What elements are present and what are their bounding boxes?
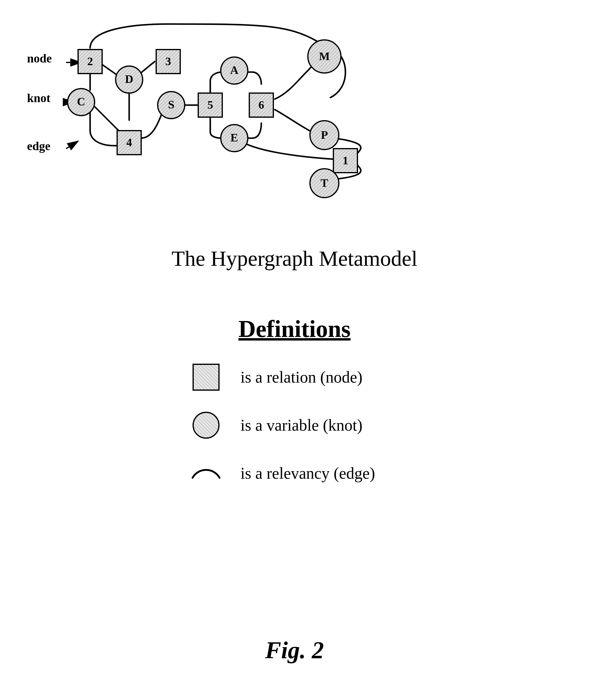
- definitions-section: Definitions is a relation (node) is a va…: [0, 315, 589, 490]
- knot-label: knot: [27, 91, 50, 105]
- def-row-knot: is a variable (knot): [190, 409, 460, 442]
- knot-S-label: S: [168, 98, 174, 111]
- knot-P-label: P: [321, 129, 328, 141]
- node-6-label: 6: [259, 98, 264, 111]
- def-icon-knot: [190, 409, 223, 442]
- knot-C-label: C: [77, 95, 85, 108]
- edge-label: edge: [27, 139, 50, 153]
- node-label: node: [27, 52, 52, 65]
- knot-circle-icon: [193, 412, 220, 439]
- def-icon-edge: [190, 457, 223, 490]
- knot-A-label: A: [230, 64, 238, 76]
- knot-E-label: E: [230, 131, 238, 144]
- node-square-icon: [193, 364, 220, 391]
- node-4-label: 4: [127, 136, 132, 149]
- node-5-label: 5: [208, 98, 213, 111]
- def-text-node: is a relation (node): [241, 368, 363, 387]
- node-1-label: 1: [343, 154, 348, 167]
- node-2-label: 2: [87, 55, 93, 67]
- page-container: .edge { fill: none; stroke: #000; stroke…: [0, 0, 589, 700]
- svg-line-7: [66, 141, 78, 149]
- figure-label: Fig. 2: [0, 637, 589, 664]
- definitions-title: Definitions: [0, 315, 589, 342]
- diagram-area: .edge { fill: none; stroke: #000; stroke…: [18, 12, 571, 240]
- def-icon-node: [190, 361, 223, 394]
- main-title: The Hypergraph Metamodel: [0, 246, 589, 271]
- knot-T-label: T: [321, 177, 328, 189]
- definitions-list: is a relation (node) is a variable (knot…: [0, 361, 589, 490]
- def-text-edge: is a relevancy (edge): [241, 464, 375, 483]
- knot-M-label: M: [319, 50, 330, 62]
- knot-D-label: D: [125, 73, 133, 85]
- def-row-edge: is a relevancy (edge): [190, 457, 460, 490]
- def-text-knot: is a variable (knot): [241, 416, 363, 435]
- def-row-node: is a relation (node): [190, 361, 460, 394]
- node-3-label: 3: [166, 55, 171, 67]
